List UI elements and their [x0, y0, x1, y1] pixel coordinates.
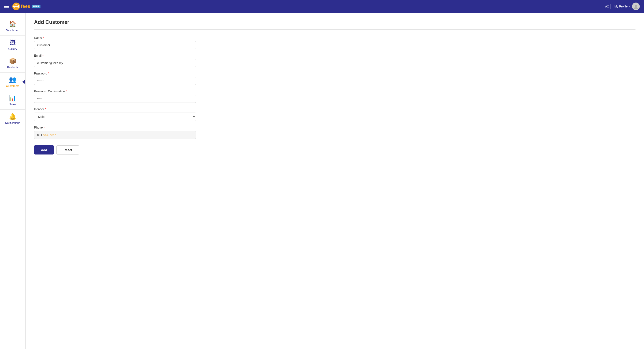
dashboard-icon: 🏠: [9, 20, 16, 27]
email-label: Email *: [34, 54, 636, 57]
az-button[interactable]: AZ: [603, 3, 611, 9]
header-right: AZ My Profile ▾: [603, 2, 640, 10]
sidebar-item-dashboard[interactable]: 🏠 Dashboard: [0, 17, 25, 35]
profile-label: My Profile: [614, 5, 628, 8]
sales-icon: 📊: [9, 94, 16, 101]
gender-required: *: [44, 107, 46, 111]
name-input[interactable]: [34, 41, 196, 49]
sidebar-label-dashboard: Dashboard: [6, 29, 20, 32]
password-confirm-required: *: [65, 90, 67, 93]
customers-icon: 👥: [9, 76, 16, 83]
sidebar-label-customers: Customers: [6, 84, 20, 87]
password-confirm-group: Password Confirmation *: [34, 90, 636, 103]
phone-group: Phone * 01163397067: [34, 126, 636, 139]
chevron-down-icon: ▾: [629, 5, 630, 8]
sidebar-label-sales: Sales: [9, 103, 16, 106]
phone-required: *: [42, 126, 44, 129]
profile-menu[interactable]: My Profile ▾: [614, 2, 640, 10]
svg-point-3: [634, 7, 638, 9]
name-group: Name *: [34, 36, 636, 49]
sidebar-item-customers[interactable]: 👥 Customers: [0, 72, 25, 91]
add-customer-form: Name * Email * Password * Password Confi…: [34, 36, 636, 154]
name-label: Name *: [34, 36, 636, 39]
logo-icon: [12, 2, 20, 10]
header: fees USER AZ My Profile ▾: [0, 0, 644, 13]
page-title: Add Customer: [34, 19, 636, 25]
sidebar-item-notifications[interactable]: 🔔 Notifications: [0, 110, 25, 128]
password-confirm-label: Password Confirmation *: [34, 90, 636, 93]
phone-label: Phone *: [34, 126, 636, 129]
logo-text: fees: [21, 3, 30, 9]
sidebar-item-sales[interactable]: 📊 Sales: [0, 91, 25, 110]
header-left: fees USER: [4, 2, 40, 10]
name-required: *: [42, 36, 44, 39]
email-group: Email *: [34, 54, 636, 67]
email-required: *: [42, 54, 44, 57]
password-confirm-input[interactable]: [34, 95, 196, 103]
password-group: Password *: [34, 72, 636, 85]
phone-prefix: 011: [37, 133, 42, 137]
sidebar-label-products: Products: [7, 66, 18, 69]
logo-badge: USER: [32, 5, 40, 8]
active-indicator: [22, 79, 25, 84]
reset-button[interactable]: Reset: [56, 145, 79, 154]
password-label: Password *: [34, 72, 636, 75]
sidebar-item-gallery[interactable]: 🖼 Gallery: [0, 35, 25, 54]
notifications-icon: 🔔: [9, 113, 16, 120]
sidebar: 🏠 Dashboard 🖼 Gallery 📦 Products 👥 Custo…: [0, 13, 26, 349]
gender-label: Gender *: [34, 107, 636, 111]
password-required: *: [47, 72, 49, 75]
phone-display: 01163397067: [34, 131, 196, 139]
sidebar-label-notifications: Notifications: [5, 121, 20, 124]
gender-select[interactable]: Male Female Other: [34, 113, 196, 121]
email-input[interactable]: [34, 59, 196, 67]
phone-strikethrough: 63397067: [42, 133, 56, 137]
svg-point-2: [635, 5, 637, 7]
sidebar-item-products[interactable]: 📦 Products: [0, 54, 25, 72]
gender-group: Gender * Male Female Other: [34, 107, 636, 121]
hamburger-button[interactable]: [4, 5, 9, 8]
logo: fees USER: [12, 2, 40, 10]
form-buttons: Add Reset: [34, 145, 636, 154]
main-content: Add Customer Name * Email * Password *: [26, 13, 644, 349]
sidebar-label-gallery: Gallery: [8, 47, 17, 50]
gallery-icon: 🖼: [10, 39, 16, 46]
password-input[interactable]: [34, 77, 196, 85]
avatar: [632, 2, 640, 10]
products-icon: 📦: [9, 57, 16, 64]
add-button[interactable]: Add: [34, 145, 54, 154]
